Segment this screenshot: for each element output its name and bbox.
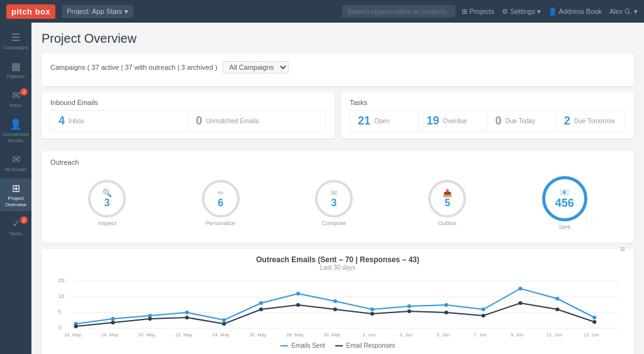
svg-point-32 (408, 309, 411, 313)
stats-row: Inbound Emails 4 Inbox 0 Unmatched Email… (42, 92, 634, 145)
circle-outbox: 📤 5 Outbox (428, 180, 466, 226)
svg-point-33 (445, 311, 448, 314)
svg-text:24. May: 24. May (213, 332, 230, 338)
svg-point-26 (185, 316, 189, 319)
circle-inspect: 🔍 3 Inspect (88, 180, 126, 226)
circle-sent: 📧 456 Sent (542, 176, 587, 230)
inbound-emails-card: Inbound Emails 4 Inbox 0 Unmatched Email… (42, 92, 335, 138)
sidebar-item-unmatched[interactable]: 👤 Unmatched Emails (0, 114, 31, 147)
svg-point-35 (518, 301, 522, 305)
tasks-due-tomorrow: 2 Due Tomorrow (557, 111, 625, 131)
nav-settings[interactable]: ⚙ Settings ▾ (502, 8, 541, 16)
svg-text:9. Jun: 9. Jun (511, 332, 524, 338)
legend-sent: Emails Sent (280, 342, 325, 349)
campaigns-section: Campaigns ( 37 active | 37 with outreach… (42, 53, 634, 86)
svg-text:1. Jun: 1. Jun (362, 332, 375, 338)
svg-point-34 (482, 314, 486, 318)
nav-links: ⊞ Projects ⚙ Settings ▾ 👤 Address Book A… (462, 8, 638, 16)
svg-point-31 (370, 312, 374, 316)
sidebar-label-project-overview: Project Overview (3, 196, 29, 207)
svg-text:26. May: 26. May (250, 332, 267, 338)
svg-text:5: 5 (58, 309, 61, 315)
svg-point-27 (222, 322, 226, 326)
sidebar-label-pipeline: Pipeline (7, 74, 25, 79)
tasks-open: 21 Open (350, 111, 419, 131)
svg-text:11. Jun: 11. Jun (547, 332, 562, 338)
logo: pitch box (6, 4, 55, 19)
circle-personalize-ring: ✏ 6 (202, 180, 240, 218)
svg-text:3. Jun: 3. Jun (399, 332, 413, 338)
pipeline-icon: ▦ (11, 60, 21, 72)
legend-responses: Email Responses (335, 342, 396, 349)
svg-text:16. May: 16. May (64, 332, 81, 338)
line-chart: 20 10 5 0 (50, 275, 625, 340)
tasks-overdue: 19 Overdue (419, 111, 487, 131)
outreach-title: Outreach (50, 158, 625, 166)
sidebar-item-all-emails[interactable]: ✉ All Emails (0, 150, 31, 176)
all-emails-icon: ✉ (12, 153, 20, 165)
svg-text:10: 10 (58, 293, 64, 299)
svg-text:0: 0 (58, 324, 61, 331)
inbound-title: Inbound Emails (50, 99, 326, 106)
svg-text:7. Jun: 7. Jun (474, 332, 487, 338)
circle-outbox-ring: 📤 5 (428, 180, 466, 218)
campaigns-icon: ☰ (11, 31, 20, 43)
sidebar-item-campaigns[interactable]: ☰ Campaigns (0, 28, 31, 54)
tasks-title: Tasks (350, 99, 625, 106)
svg-point-22 (592, 316, 596, 319)
circle-compose-ring: ✉ 3 (315, 180, 353, 218)
svg-point-13 (259, 301, 263, 305)
svg-text:18. May: 18. May (101, 332, 118, 338)
svg-point-11 (185, 311, 189, 314)
svg-point-29 (296, 303, 300, 307)
svg-point-16 (370, 307, 374, 311)
campaigns-dropdown[interactable]: All Campaigns (223, 61, 289, 74)
svg-point-25 (148, 317, 152, 321)
nav-user[interactable]: Alex G. ▾ (609, 8, 638, 16)
tasks-stats: 21 Open 19 Overdue 0 Due Today 2 Due Tom… (350, 110, 625, 132)
sidebar: ☰ Campaigns ▦ Pipeline 4 ✉ Inbox 👤 Unmat… (0, 23, 31, 354)
nav-projects[interactable]: ⊞ Projects (462, 8, 494, 16)
outreach-circles: 🔍 3 Inspect ✏ 6 Personalize ✉ 3 (50, 171, 625, 235)
sidebar-label-tasks: Tasks (9, 231, 22, 236)
svg-point-19 (482, 307, 486, 311)
svg-text:20. May: 20. May (138, 332, 155, 338)
svg-point-18 (445, 303, 448, 307)
tasks-badge: 2 (20, 216, 28, 224)
sidebar-item-tasks[interactable]: 2 ✓ Tasks (0, 214, 31, 240)
svg-point-12 (222, 318, 226, 322)
svg-point-37 (592, 320, 596, 324)
sidebar-item-project-overview[interactable]: ⊞ Project Overview (0, 179, 31, 211)
svg-text:13. Jun: 13. Jun (584, 332, 599, 338)
project-overview-icon: ⊞ (12, 182, 20, 194)
unmatched-icon: 👤 (9, 118, 22, 130)
tasks-icon: ✓ (12, 218, 20, 230)
sidebar-item-inbox[interactable]: 4 ✉ Inbox (0, 86, 31, 112)
search-input[interactable] (342, 5, 455, 18)
svg-point-30 (333, 307, 337, 311)
sidebar-label-all-emails: All Emails (4, 167, 26, 172)
line-chart-subtitle: Last 30 days (50, 264, 625, 271)
sidebar-label-inbox: Inbox (9, 102, 22, 108)
svg-text:5. Jun: 5. Jun (436, 332, 450, 338)
tasks-card: Tasks 21 Open 19 Overdue 0 Due Today (341, 92, 634, 138)
outreach-section: Outreach 🔍 3 Inspect ✏ 6 Personalize (42, 151, 634, 243)
circle-compose: ✉ 3 Compose (315, 180, 353, 226)
svg-point-15 (333, 299, 337, 303)
chart-menu-button[interactable]: ≡ (620, 244, 625, 254)
svg-point-17 (408, 304, 411, 308)
line-chart-title: Outreach Emails (Sent – 70 | Responses –… (50, 255, 625, 264)
svg-text:22. May: 22. May (175, 332, 192, 338)
line-chart-section: ≡ Outreach Emails (Sent – 70 | Responses… (42, 249, 634, 354)
svg-text:20: 20 (58, 277, 64, 284)
svg-text:28. May: 28. May (286, 332, 303, 338)
inbox-icon: ✉ (12, 89, 20, 101)
svg-point-14 (296, 292, 300, 296)
project-selector[interactable]: Project: App Stars ▾ (62, 5, 133, 18)
inbound-unmatched: 0 Unmatched Emails (189, 111, 326, 131)
sidebar-item-pipeline[interactable]: ▦ Pipeline (0, 57, 31, 83)
main-layout: ☰ Campaigns ▦ Pipeline 4 ✉ Inbox 👤 Unmat… (0, 23, 644, 354)
nav-address-book[interactable]: 👤 Address Book (548, 8, 602, 16)
svg-point-36 (555, 307, 559, 311)
sidebar-label-unmatched: Unmatched Emails (3, 131, 29, 143)
